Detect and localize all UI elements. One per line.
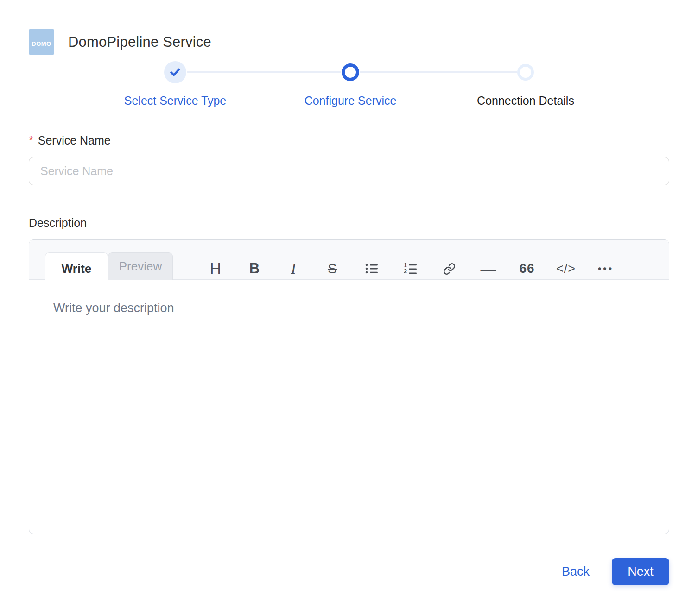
ellipsis-icon: •••: [596, 263, 614, 274]
step-upcoming-marker: [517, 64, 534, 81]
italic-button[interactable]: I: [274, 252, 313, 285]
horizontal-rule-button[interactable]: —: [469, 252, 508, 285]
back-button[interactable]: Back: [562, 565, 590, 579]
domo-logo-icon: DOMO: [29, 29, 54, 55]
footer-actions: Back Next: [29, 558, 669, 585]
stepper: Select Service Type Configure Service Co…: [88, 61, 613, 107]
code-icon: </>: [556, 262, 576, 276]
unordered-list-button[interactable]: [352, 252, 391, 285]
description-label: Description: [29, 216, 669, 230]
heading-icon: H: [210, 260, 221, 277]
step-select-service-type[interactable]: Select Service Type: [88, 61, 263, 107]
quote-icon: 66: [519, 261, 534, 276]
service-name-input[interactable]: [29, 157, 669, 185]
strikethrough-button[interactable]: S: [313, 252, 352, 285]
ordered-list-button[interactable]: 1 2 3: [391, 252, 430, 285]
code-button[interactable]: </>: [546, 252, 585, 285]
required-asterisk: *: [29, 134, 33, 147]
next-button[interactable]: Next: [612, 558, 669, 585]
italic-icon: I: [291, 260, 296, 277]
page: DOMO DomoPipeline Service Select Service…: [0, 0, 698, 616]
check-icon: [170, 68, 180, 76]
markdown-editor: Write Preview H B I S: [29, 239, 669, 534]
editor-toolbar-bar: Write Preview H B I S: [29, 240, 669, 280]
step-active-marker: [342, 63, 359, 81]
heading-button[interactable]: H: [196, 252, 235, 285]
step-label: Select Service Type: [124, 94, 226, 107]
horizontal-rule-icon: —: [481, 260, 496, 278]
editor-toolbar: H B I S: [196, 252, 624, 285]
step-label: Configure Service: [305, 94, 397, 107]
description-textarea[interactable]: [29, 280, 669, 534]
step-completed-marker: [164, 61, 186, 83]
editor-body: [29, 280, 669, 534]
bold-button[interactable]: B: [235, 252, 274, 285]
svg-text:3: 3: [405, 274, 408, 275]
link-button[interactable]: [430, 252, 469, 285]
app-header: DOMO DomoPipeline Service: [29, 0, 669, 55]
strikethrough-icon: S: [328, 261, 337, 277]
stepper-connector-2: [360, 71, 517, 73]
more-button[interactable]: •••: [585, 252, 624, 285]
bold-icon: B: [249, 260, 260, 277]
link-icon: [443, 263, 456, 275]
stepper-connector-1: [187, 71, 341, 73]
unordered-list-icon: [365, 263, 378, 275]
step-label: Connection Details: [477, 94, 574, 107]
tab-preview[interactable]: Preview: [108, 252, 173, 280]
tab-write[interactable]: Write: [45, 252, 108, 285]
ordered-list-icon: 1 2 3: [404, 263, 417, 275]
step-connection-details[interactable]: Connection Details: [438, 61, 613, 107]
step-configure-service[interactable]: Configure Service: [263, 61, 438, 107]
quote-button[interactable]: 66: [508, 252, 546, 285]
page-title: DomoPipeline Service: [68, 34, 211, 50]
service-name-label: *Service Name: [29, 134, 669, 147]
